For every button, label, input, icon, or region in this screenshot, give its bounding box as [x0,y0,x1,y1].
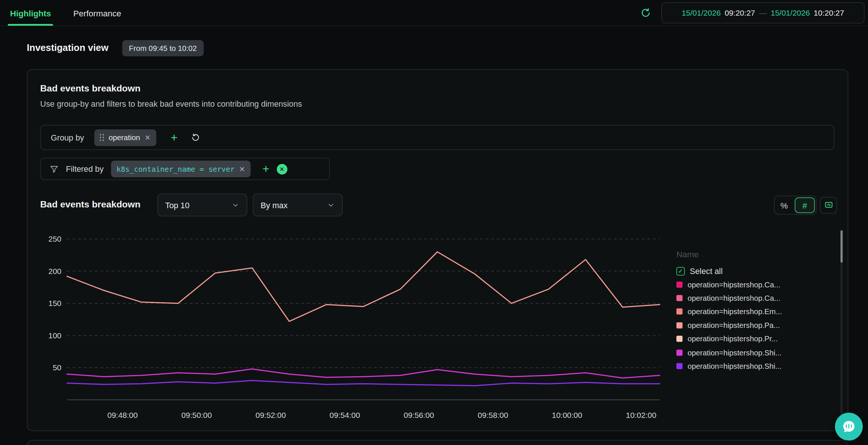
remove-group-by-icon[interactable]: ✕ [144,133,150,142]
legend-item[interactable]: operation=hipstershop.Ca... [676,278,840,291]
chevron-down-icon [232,201,240,209]
legend-item-label: operation=hipstershop.Shi... [688,348,782,357]
aggregation-value: By max [261,200,288,209]
series-color-swatch [676,309,683,315]
group-by-chip-label: operation [109,133,140,142]
legend-item-label: operation=hipstershop.Ca... [688,294,780,303]
tab-performance[interactable]: Performance [72,0,122,26]
filter-chip-value: server [208,165,234,173]
svg-text:09:54:00: 09:54:00 [330,411,360,419]
tab-highlights[interactable]: Highlights [9,0,52,26]
legend-panel: Name ✓ Select all operation=hipstershop.… [676,249,840,373]
annotations-button[interactable] [820,197,837,214]
chat-bubble-icon [841,419,857,435]
select-all-row[interactable]: ✓ Select all [676,264,840,278]
svg-text:150: 150 [48,299,61,307]
svg-text:09:50:00: 09:50:00 [182,411,212,419]
top-bar: Highlights Performance 15/01/2026 09:20:… [0,0,868,26]
filter-icon [50,165,59,174]
legend-item-label: operation=hipstershop.Pr... [688,335,778,343]
series-color-swatch [676,336,683,342]
legend-item[interactable]: operation=hipstershop.Pa... [676,319,840,332]
reset-icon [191,133,201,142]
svg-text:10:02:00: 10:02:00 [626,411,656,419]
group-by-label: Group by [51,133,84,142]
legend-item-label: operation=hipstershop.Pa... [688,321,780,330]
top-n-value: Top 10 [165,200,189,209]
reset-group-by-button[interactable] [191,133,201,142]
add-filter-button[interactable]: + [262,164,269,175]
page-title: Investigation view [27,42,109,54]
svg-text:200: 200 [48,267,61,275]
svg-text:09:56:00: 09:56:00 [404,411,434,419]
svg-text:09:48:00: 09:48:00 [107,411,138,419]
legend-item-label: operation=hipstershop.Em... [688,307,782,316]
series-color-swatch [676,363,683,370]
top-n-select[interactable]: Top 10 [157,194,247,217]
svg-text:10:00:00: 10:00:00 [552,411,582,419]
svg-text:100: 100 [48,331,61,340]
investigation-time-badge: From 09:45 to 10:02 [122,40,204,57]
series-color-swatch [676,349,683,356]
filter-chip[interactable]: k8s_container_name = server ✕ [111,161,251,177]
legend-item-label: operation=hipstershop.Ca... [688,280,780,289]
select-all-checkbox[interactable]: ✓ [676,267,685,275]
date-range-picker[interactable]: 15/01/2026 09:20:27 — 15/01/2026 10:20:2… [662,2,865,23]
svg-text:09:52:00: 09:52:00 [256,411,286,419]
legend-item[interactable]: operation=hipstershop.Shi... [676,359,840,373]
chevron-down-icon [327,201,335,209]
svg-text:09:58:00: 09:58:00 [478,411,508,419]
filter-chip-operator: = [199,165,204,173]
legend-item[interactable]: operation=hipstershop.Pr... [676,332,840,346]
select-all-label: Select all [690,267,723,275]
active-tab-underline [8,24,53,26]
series-color-swatch [676,295,683,301]
count-toggle-button[interactable]: # [795,197,815,213]
drag-handle-icon[interactable] [100,134,104,141]
breakdown-chart: 5010015020025009:48:0009:50:0009:52:0009… [40,225,688,423]
app-root: Highlights Performance 15/01/2026 09:20:… [0,0,868,445]
annotation-icon [824,201,833,210]
legend-scrollbar-thumb[interactable] [840,230,843,263]
range-end-time: 10:20:27 [814,9,844,17]
group-by-bar: Group by operation ✕ + [40,125,835,150]
filter-bar: Filtered by k8s_container_name = server … [40,158,330,180]
range-start-time: 09:20:27 [725,9,755,17]
tab-bar: Highlights Performance [9,0,122,26]
refresh-time-button[interactable] [638,5,654,21]
legend-item[interactable]: operation=hipstershop.Ca... [676,291,840,305]
clear-filters-button[interactable]: ✕ [276,164,287,174]
card-title: Bad events breakdown [40,83,141,94]
aggregation-select[interactable]: By max [253,194,343,217]
legend-list: operation=hipstershop.Ca...operation=hip… [676,278,840,373]
group-by-chip[interactable]: operation ✕ [94,129,156,146]
svg-text:250: 250 [48,235,61,243]
range-separator: — [759,9,767,17]
filter-chip-key: k8s_container_name [116,165,195,173]
topbar-right: 15/01/2026 09:20:27 — 15/01/2026 10:20:2… [638,0,868,26]
unit-toggle: % # [774,196,817,215]
next-card [27,440,848,445]
svg-text:50: 50 [53,363,61,372]
legend-item[interactable]: operation=hipstershop.Em... [676,305,840,319]
tab-performance-label: Performance [73,8,121,18]
legend-item[interactable]: operation=hipstershop.Shi... [676,346,840,359]
card-subtitle: Use group-by and filters to break bad ev… [40,99,302,108]
series-color-swatch [676,322,683,329]
breakdown-section-title: Bad events breakdown [40,199,141,210]
legend-item-label: operation=hipstershop.Shi... [688,362,782,371]
range-start-date: 15/01/2026 [682,9,721,17]
range-end-date: 15/01/2026 [771,9,810,17]
series-color-swatch [676,281,683,288]
add-group-by-button[interactable]: + [171,132,177,143]
refresh-icon [640,7,651,19]
tab-highlights-label: Highlights [10,8,51,18]
remove-filter-icon[interactable]: ✕ [239,165,245,173]
filtered-by-label: Filtered by [66,165,104,174]
legend-header: Name [676,249,840,259]
breakdown-card: Bad events breakdown Use group-by and fi… [27,69,848,431]
chat-launcher-button[interactable] [835,413,863,441]
percent-toggle-button[interactable]: % [775,196,794,214]
